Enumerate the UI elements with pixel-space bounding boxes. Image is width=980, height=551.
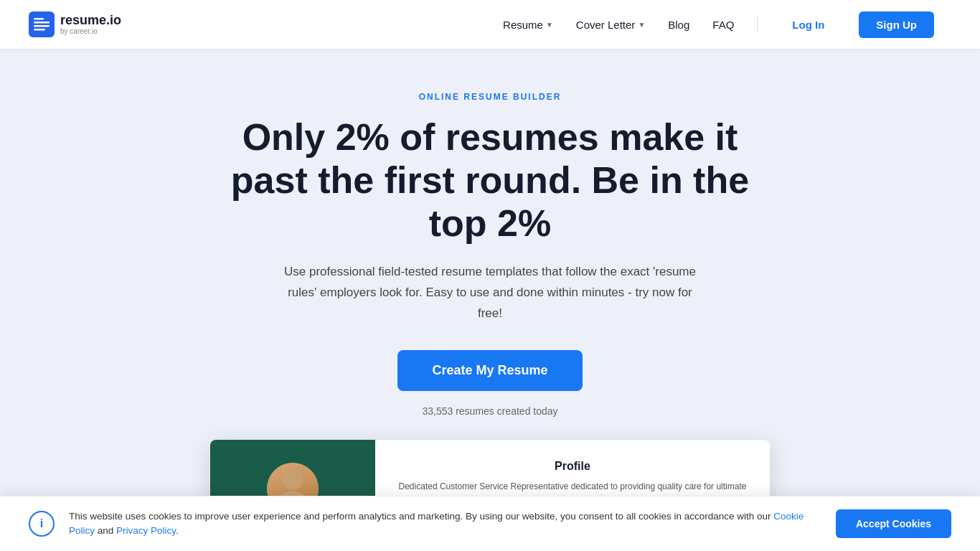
nav-links: Resume ▼ Cover Letter ▼ Blog FAQ Log In … [503,11,934,38]
svg-rect-0 [29,11,55,37]
cookie-banner: i This website uses cookies to improve u… [0,496,980,552]
svg-rect-4 [34,29,45,31]
hero-eyebrow: ONLINE RESUME BUILDER [14,92,966,102]
svg-rect-1 [34,18,44,20]
privacy-policy-link[interactable]: Privacy Policy [116,525,176,536]
logo-main-text: resume.io [60,14,121,28]
nav-faq[interactable]: FAQ [712,19,734,31]
create-resume-button[interactable]: Create My Resume [397,350,582,391]
navbar: resume.io by career.io Resume ▼ Cover Le… [0,0,980,49]
chevron-down-icon: ▼ [638,21,645,29]
signup-button[interactable]: Sign Up [859,11,934,38]
chevron-down-icon: ▼ [546,21,553,29]
hero-title: Only 2% of resumes make it past the firs… [217,116,763,245]
nav-blog[interactable]: Blog [668,19,689,31]
nav-divider [757,16,758,33]
info-icon: i [29,511,55,537]
accept-cookies-button[interactable]: Accept Cookies [836,509,951,538]
logo[interactable]: resume.io by career.io [29,11,121,37]
nav-resume[interactable]: Resume ▼ [503,19,553,31]
hero-subtitle: Use professional field-tested resume tem… [282,262,698,324]
resume-count: 33,553 resumes created today [14,405,966,417]
logo-sub-text: by career.io [60,27,121,35]
profile-section-title: Profile [398,460,747,473]
nav-cover-letter[interactable]: Cover Letter ▼ [576,19,645,31]
svg-rect-3 [34,25,50,27]
cookie-text: This website uses cookies to improve use… [69,509,821,539]
svg-rect-2 [34,22,50,24]
hero-section: ONLINE RESUME BUILDER Only 2% of resumes… [0,49,980,551]
login-button[interactable]: Log In [781,13,836,37]
